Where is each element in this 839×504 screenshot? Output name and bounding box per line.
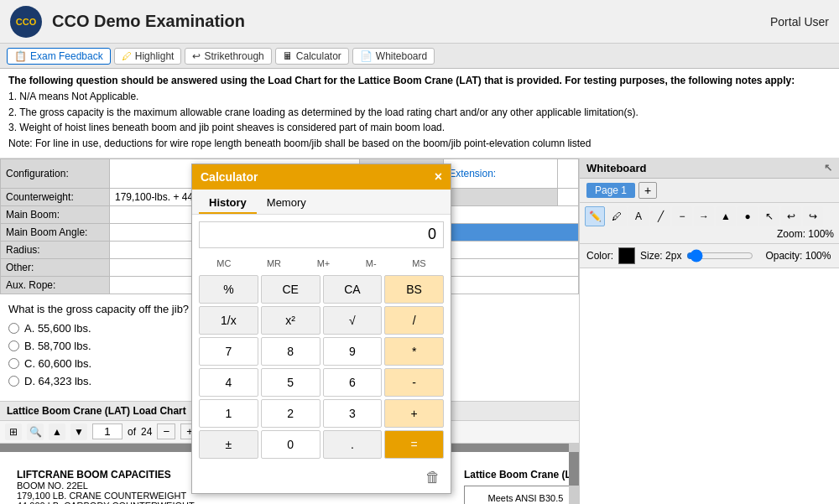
ms-btn[interactable]: MS xyxy=(409,257,430,270)
sub-btn[interactable]: - xyxy=(384,368,444,397)
calculator-display: 0 xyxy=(199,221,444,248)
answer-label-c: C. 60,600 lbs. xyxy=(24,357,91,370)
inv-btn[interactable]: 1/x xyxy=(199,306,258,335)
pdf-page-input[interactable] xyxy=(92,423,122,439)
color-picker[interactable] xyxy=(618,247,635,264)
ce-btn[interactable]: CE xyxy=(261,275,320,304)
arrow-tool-btn[interactable]: → xyxy=(694,206,714,226)
radio-b[interactable] xyxy=(8,340,19,351)
answer-label-a: A. 55,600 lbs. xyxy=(24,322,91,335)
other-label: Other: xyxy=(1,258,110,276)
instruction-line1: The following question should be answere… xyxy=(8,74,831,88)
tab-history[interactable]: History xyxy=(199,193,257,214)
whiteboard-header: Whiteboard ↖ xyxy=(580,158,839,179)
whiteboard-canvas[interactable] xyxy=(580,268,839,504)
three-btn[interactable]: 3 xyxy=(323,399,383,428)
answer-label-d: D. 64,323 lbs. xyxy=(24,375,91,387)
user-label: Portal User xyxy=(770,15,829,29)
radio-d[interactable] xyxy=(8,376,19,387)
strikethrough-button[interactable]: ↩ Strikethrough xyxy=(185,48,271,65)
pdf-line1: BOOM NO. 22EL xyxy=(17,481,195,491)
div-btn[interactable]: / xyxy=(384,306,444,335)
decimal-btn[interactable]: . xyxy=(323,430,383,459)
radio-c[interactable] xyxy=(8,358,19,369)
whiteboard-tools: ✏️ 🖊 A ╱ − → ▲ ● ↖ ↩ ↪ Zoom: 100% xyxy=(580,203,839,244)
instructions: The following question should be answere… xyxy=(0,69,839,158)
toolbar: 📋 Exam Feedback 🖊 Highlight ↩ Strikethro… xyxy=(0,44,839,69)
pdf-page-total: 24 xyxy=(141,426,152,438)
pen2-tool-btn[interactable]: 🖊 xyxy=(607,206,627,226)
ext-offset-value xyxy=(557,188,579,205)
mplus-btn[interactable]: M+ xyxy=(314,257,334,270)
four-btn[interactable]: 4 xyxy=(199,368,258,397)
instruction-note1: 1. N/A means Not Applicable. xyxy=(8,90,831,104)
bs-btn[interactable]: BS xyxy=(384,275,444,304)
zero-btn[interactable]: 0 xyxy=(261,430,320,459)
circle-tool-btn[interactable]: ● xyxy=(737,206,758,226)
counterweight-label: Counterweight: xyxy=(1,188,110,205)
dash-tool-btn[interactable]: − xyxy=(672,206,692,226)
exam-feedback-button[interactable]: 📋 Exam Feedback xyxy=(7,48,111,65)
main-boom-label: Main Boom: xyxy=(1,205,110,223)
answer-label-b: B. 58,700 lbs. xyxy=(24,340,91,352)
logo: CCO xyxy=(10,6,42,38)
pdf-line3: 44,000 LB. CARBODY COUNTERWEIGHT xyxy=(17,501,195,504)
select-tool-btn[interactable]: ↖ xyxy=(759,206,779,226)
whiteboard-add-page-btn[interactable]: + xyxy=(638,182,657,199)
sqrt-btn[interactable]: √ xyxy=(323,306,383,335)
feedback-icon: 📋 xyxy=(14,50,27,62)
add-btn[interactable]: + xyxy=(384,399,444,428)
triangle-tool-btn[interactable]: ▲ xyxy=(716,206,736,226)
calculator-trash[interactable]: 🗑 xyxy=(192,465,451,493)
undo-btn[interactable]: ↩ xyxy=(781,206,801,226)
calculator-overlay: Calculator × History Memory 0 MC MR M+ M… xyxy=(191,164,451,494)
whiteboard-icon: 📄 xyxy=(360,50,373,62)
logo-text: CCO xyxy=(16,17,36,27)
whiteboard-page-btn[interactable]: Page 1 xyxy=(586,183,635,198)
pdf-scrollbar[interactable] xyxy=(569,444,579,504)
whiteboard-button[interactable]: 📄 Whiteboard xyxy=(352,48,435,65)
highlight-button[interactable]: 🖊 Highlight xyxy=(114,48,182,65)
mminus-btn[interactable]: M- xyxy=(362,257,380,270)
seven-btn[interactable]: 7 xyxy=(199,337,258,366)
pct-btn[interactable]: % xyxy=(199,275,258,304)
opacity-label: Opacity: 100% xyxy=(765,250,831,262)
aux-rope-label: Aux. Rope: xyxy=(1,276,110,294)
whiteboard-color-row: Color: Size: 2px Opacity: 100% xyxy=(580,244,839,268)
two-btn[interactable]: 2 xyxy=(261,399,320,428)
config-label: Configuration: xyxy=(1,158,110,188)
size-slider[interactable] xyxy=(686,249,753,262)
redo-btn[interactable]: ↪ xyxy=(803,206,823,226)
pdf-zoom-out-btn[interactable]: − xyxy=(157,423,175,439)
five-btn[interactable]: 5 xyxy=(261,368,320,397)
pdf-scroll-thumb[interactable] xyxy=(569,452,579,486)
whiteboard-panel: Whiteboard ↖ Page 1 + ✏️ 🖊 A ╱ − → ▲ ● ↖… xyxy=(579,158,839,504)
calculator-close-btn[interactable]: × xyxy=(435,169,442,184)
eight-btn[interactable]: 8 xyxy=(261,337,320,366)
calculator-button[interactable]: 🖩 Calculator xyxy=(275,48,349,65)
pdf-page-sep: of xyxy=(128,426,136,438)
pdf-search-btn[interactable]: 🔍 xyxy=(27,423,44,440)
ca-btn[interactable]: CA xyxy=(323,275,383,304)
pdf-down-btn[interactable]: ▼ xyxy=(70,423,87,440)
mul-btn[interactable]: * xyxy=(384,337,444,366)
highlight-icon: 🖊 xyxy=(122,50,132,62)
equals-btn[interactable]: = xyxy=(384,430,444,459)
text-tool-btn[interactable]: A xyxy=(628,206,649,226)
pen-tool-btn[interactable]: ✏️ xyxy=(585,206,605,226)
pdf-thumbnail-btn[interactable]: ⊞ xyxy=(5,423,22,440)
radio-a[interactable] xyxy=(8,323,19,334)
tab-memory[interactable]: Memory xyxy=(257,193,316,214)
sq-btn[interactable]: x² xyxy=(261,306,320,335)
extension-label: Extension: xyxy=(444,158,557,188)
mc-btn[interactable]: MC xyxy=(213,257,234,270)
line-tool-btn[interactable]: ╱ xyxy=(650,206,670,226)
mr-btn[interactable]: MR xyxy=(263,257,284,270)
sign-btn[interactable]: ± xyxy=(199,430,258,459)
one-btn[interactable]: 1 xyxy=(199,399,258,428)
pdf-title1: LIFTCRANE BOOM CAPACITIES xyxy=(17,469,195,481)
six-btn[interactable]: 6 xyxy=(323,368,383,397)
instruction-note4: Note: For line in use, deductions for wi… xyxy=(8,137,831,151)
nine-btn[interactable]: 9 xyxy=(323,337,383,366)
pdf-up-btn[interactable]: ▲ xyxy=(49,423,65,440)
